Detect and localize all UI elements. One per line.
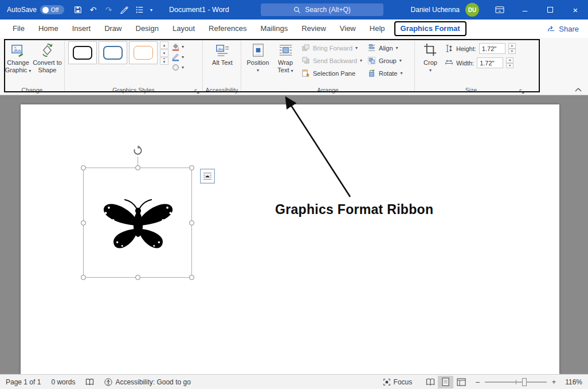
tab-draw[interactable]: Draw (97, 20, 128, 38)
bring-forward-button[interactable]: Bring Forward ▾ (300, 42, 364, 54)
focus-button[interactable]: Focus (383, 378, 413, 386)
selection-pane-button[interactable]: Selection Pane (300, 67, 364, 79)
draw-touch-button[interactable] (116, 0, 132, 20)
crop-button[interactable]: Crop ▾ (418, 41, 442, 73)
graphics-fill-button[interactable]: ▾ (171, 42, 184, 50)
graphics-outline-button[interactable]: ▾ (171, 53, 184, 61)
zoom-slider[interactable] (485, 382, 547, 383)
width-stepper[interactable]: ▴ ▾ (506, 57, 513, 68)
resize-handle-sw[interactable] (81, 275, 86, 280)
butterfly-graphic[interactable] (89, 190, 187, 256)
resize-handle-e[interactable] (189, 220, 194, 225)
account-name[interactable]: Daniel Uchenna (411, 6, 460, 14)
group-button[interactable]: Group ▾ (366, 55, 404, 67)
document-page[interactable] (21, 104, 559, 374)
minimize-button[interactable]: – (512, 0, 538, 20)
tab-file[interactable]: File (6, 20, 32, 38)
zoom-in-icon: + (552, 378, 556, 386)
height-input[interactable] (479, 43, 505, 54)
rotate-handle[interactable] (132, 145, 143, 156)
undo-icon: ↶ (90, 5, 97, 14)
stepper-down-icon[interactable]: ▾ (506, 63, 513, 69)
search-box[interactable]: Search (Alt+Q) (261, 3, 383, 16)
maximize-button[interactable] (538, 0, 563, 20)
height-stepper[interactable]: ▴ ▾ (508, 43, 516, 54)
undo-button[interactable]: ↶ (85, 0, 101, 20)
zoom-in-button[interactable]: + (552, 378, 556, 386)
styles-more-button[interactable]: ▾ (160, 57, 168, 65)
style-thumbnail-2[interactable] (99, 41, 127, 64)
print-layout-button[interactable] (438, 376, 453, 388)
layout-options-button[interactable] (200, 169, 215, 184)
zoom-level[interactable]: 116% (562, 378, 582, 386)
word-count[interactable]: 0 words (51, 378, 75, 386)
tab-view[interactable]: View (333, 20, 363, 38)
group-accessibility: Alt Text Accessibility (203, 38, 241, 95)
resize-handle-s[interactable] (135, 275, 140, 280)
rotate-button[interactable]: Rotate ▾ (366, 67, 404, 79)
status-bar: Page 1 of 1 0 words Accessibility: Good … (0, 374, 588, 389)
tab-mailings[interactable]: Mailings (254, 20, 295, 38)
titlebar-right: Daniel Uchenna DU – × (411, 0, 588, 20)
caret-down-icon: ▾ (400, 71, 402, 76)
width-input[interactable] (477, 57, 503, 68)
tab-insert[interactable]: Insert (65, 20, 98, 38)
caret-down-icon: ▾ (182, 55, 184, 60)
save-button[interactable] (70, 0, 85, 20)
alt-text-button[interactable]: Alt Text (211, 41, 234, 67)
size-dialog-launcher[interactable] (519, 87, 525, 93)
align-button[interactable]: Align ▾ (366, 42, 404, 54)
send-backward-button[interactable]: Send Backward ▾ (300, 55, 364, 67)
page-indicator[interactable]: Page 1 of 1 (6, 378, 41, 386)
graphic-selection-box[interactable] (83, 168, 192, 278)
resize-handle-se[interactable] (189, 275, 194, 280)
tab-layout[interactable]: Layout (166, 20, 202, 38)
focus-icon (383, 378, 391, 386)
redo-button[interactable]: ↷ (101, 0, 116, 20)
group-arrange: Position ▾ Wrap Text ▾ Bring Forward ▾ (241, 38, 414, 95)
change-graphic-label: Change Graphic (5, 59, 29, 73)
styles-scroll-up-button[interactable]: ▴ (160, 41, 168, 49)
position-button[interactable]: Position ▾ (245, 41, 271, 79)
tab-help[interactable]: Help (363, 20, 392, 38)
autosave-control[interactable]: AutoSave Off (7, 5, 64, 14)
tab-graphics-format[interactable]: Graphics Format (394, 21, 467, 36)
autosave-state: Off (51, 7, 58, 13)
close-button[interactable]: × (563, 0, 588, 20)
tab-design[interactable]: Design (129, 20, 166, 38)
autosave-toggle[interactable]: Off (40, 5, 64, 14)
resize-handle-n[interactable] (135, 165, 140, 170)
graphics-effects-button[interactable]: ▾ (171, 63, 184, 71)
rotate-icon (367, 69, 376, 77)
zoom-out-button[interactable]: – (476, 378, 480, 386)
share-button[interactable]: Share (547, 25, 579, 33)
collapse-ribbon-button[interactable] (574, 84, 582, 90)
wrap-text-button[interactable]: Wrap Text ▾ (273, 41, 298, 79)
change-graphic-button[interactable]: Change Graphic ▾ (3, 41, 33, 73)
annotation-label: Graphics Format Ribbon (275, 202, 433, 217)
style-thumbnail-3[interactable] (129, 41, 158, 64)
resize-handle-ne[interactable] (189, 165, 194, 170)
resize-handle-nw[interactable] (81, 165, 86, 170)
tab-review[interactable]: Review (295, 20, 333, 38)
stepper-down-icon[interactable]: ▾ (508, 49, 516, 55)
stepper-up-icon[interactable]: ▴ (506, 57, 513, 63)
convert-to-shape-button[interactable]: Convert to Shape (33, 41, 62, 73)
web-layout-button[interactable] (453, 376, 469, 388)
zoom-slider-thumb[interactable] (522, 378, 527, 386)
customize-qat-button[interactable]: ▾ (147, 0, 155, 20)
group-label: Group (379, 57, 397, 64)
accessibility-status[interactable]: Accessibility: Good to go (104, 378, 190, 386)
resize-handle-w[interactable] (81, 220, 86, 225)
graphics-styles-dialog-launcher[interactable] (194, 87, 200, 93)
tab-home[interactable]: Home (32, 20, 65, 38)
proofing-button[interactable] (85, 378, 94, 386)
avatar[interactable]: DU (465, 3, 479, 17)
read-mode-button[interactable] (422, 376, 438, 388)
bullet-list-button[interactable] (132, 0, 147, 20)
ribbon-display-options-button[interactable] (487, 0, 512, 20)
stepper-up-icon[interactable]: ▴ (508, 43, 516, 49)
style-thumbnail-1[interactable] (68, 41, 97, 64)
styles-scroll-down-button[interactable]: ▾ (160, 49, 168, 57)
tab-references[interactable]: References (202, 20, 253, 38)
